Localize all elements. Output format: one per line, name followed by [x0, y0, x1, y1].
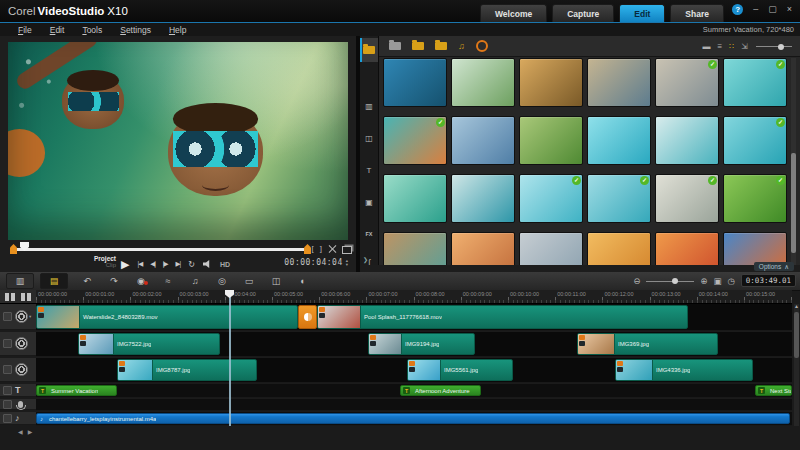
- mark-in-button[interactable]: [: [312, 244, 314, 254]
- repeat-button[interactable]: ↻: [188, 260, 195, 269]
- library-thumbnail[interactable]: [451, 174, 515, 223]
- track-header-video[interactable]: ▾: [0, 304, 36, 330]
- library-thumbnail[interactable]: [587, 58, 651, 107]
- menu-settings[interactable]: Settings: [120, 25, 151, 35]
- home-button[interactable]: |◀: [137, 260, 142, 268]
- fit-project-button[interactable]: ▣: [713, 276, 721, 286]
- options-button[interactable]: Options ∧: [754, 262, 794, 271]
- play-button[interactable]: ▶: [121, 258, 129, 271]
- photos-folder-icon[interactable]: [435, 42, 447, 50]
- track-header-title[interactable]: T: [0, 384, 36, 397]
- timeline-view-button[interactable]: ▤: [40, 273, 68, 289]
- track-header-music[interactable]: ♪: [0, 412, 36, 425]
- enlarge-preview-button[interactable]: [342, 246, 352, 254]
- track-header-overlay[interactable]: [0, 332, 36, 356]
- menu-file[interactable]: File: [18, 25, 32, 35]
- sound-mixer-button[interactable]: ≈: [160, 276, 176, 286]
- library-thumbnail[interactable]: [451, 58, 515, 107]
- 360-media-icon[interactable]: [476, 40, 488, 52]
- motion-tracking-button[interactable]: ◎: [214, 276, 230, 286]
- timeline-clip[interactable]: IMG369.jpg: [577, 333, 718, 355]
- library-thumbnail[interactable]: [451, 232, 515, 265]
- track-ripple-icon[interactable]: [3, 414, 12, 423]
- timeline-ruler[interactable]: 00:00:00:0000:00:01:0000:00:02:0000:00:0…: [36, 290, 792, 304]
- subtitle-editor-button[interactable]: ▭: [241, 276, 257, 286]
- menu-edit[interactable]: Edit: [50, 25, 65, 35]
- split-clip-button[interactable]: [328, 245, 336, 253]
- next-frame-button[interactable]: |▶: [163, 260, 168, 268]
- preview-timecode[interactable]: 00:00:04:04: [284, 258, 342, 267]
- end-button[interactable]: ▶|: [176, 260, 181, 268]
- voice-track[interactable]: [36, 399, 792, 411]
- nav-title[interactable]: T: [360, 158, 378, 182]
- library-thumbnail[interactable]: ✓: [655, 58, 719, 107]
- mode-clip-label[interactable]: Clip: [94, 262, 116, 268]
- previous-frame-button[interactable]: ◀|: [150, 260, 155, 268]
- nav-media[interactable]: [360, 38, 378, 62]
- library-thumbnail[interactable]: [587, 116, 651, 165]
- library-thumbnail[interactable]: [587, 232, 651, 265]
- scrollbar-thumb[interactable]: [794, 312, 799, 358]
- library-thumbnail[interactable]: ✓: [723, 174, 787, 223]
- library-scrollbar[interactable]: [791, 58, 796, 265]
- gallery-folder-icon[interactable]: [389, 42, 401, 50]
- overlay-track-2[interactable]: IMG8787.jpgIMG5561.jpgIMG4336.jpg: [36, 358, 792, 383]
- help-button[interactable]: ?: [732, 4, 743, 15]
- timeline-zoom-slider[interactable]: [646, 276, 694, 286]
- nav-transition[interactable]: ◫: [360, 126, 378, 150]
- library-thumbnail[interactable]: [519, 232, 583, 265]
- minimize-button[interactable]: –: [753, 4, 758, 15]
- scrubber-bar[interactable]: [14, 248, 308, 251]
- library-thumbnail[interactable]: ✓: [723, 58, 787, 107]
- project-duration-timecode[interactable]: 0:03:49.01: [741, 274, 796, 287]
- timeline-clip[interactable]: ♪chantellebarry_letsplayinstrumental.m4a: [36, 413, 790, 424]
- timeline-scrollbar[interactable]: ▲: [794, 304, 799, 426]
- timeline-clip[interactable]: IMG4336.jpg: [615, 359, 753, 381]
- timeline-playhead-line[interactable]: [229, 296, 231, 426]
- nav-instant-project[interactable]: ▥: [360, 94, 378, 118]
- scroll-left-icon[interactable]: ◀: [18, 428, 23, 435]
- undo-button[interactable]: ↶: [79, 276, 95, 286]
- nav-graphic[interactable]: ▣: [360, 190, 378, 214]
- scroll-up-icon[interactable]: ▲: [794, 303, 799, 309]
- library-thumbnail[interactable]: ✓: [383, 116, 447, 165]
- playback-mode-toggle[interactable]: Project Clip: [94, 256, 116, 268]
- videos-folder-icon[interactable]: [412, 42, 424, 50]
- import-path-button[interactable]: ⇲: [741, 42, 748, 51]
- timeline-clip[interactable]: Pool Splash_117776618.mov: [317, 305, 688, 329]
- volume-button[interactable]: [203, 260, 212, 268]
- trim-start-handle[interactable]: [10, 244, 17, 254]
- tab-capture[interactable]: Capture: [552, 4, 614, 22]
- library-thumbnail[interactable]: ✓: [519, 174, 583, 223]
- mark-out-button[interactable]: ]: [320, 244, 322, 254]
- menu-help[interactable]: Help: [169, 25, 186, 35]
- auto-music-button[interactable]: ♫: [187, 276, 203, 286]
- zoom-out-button[interactable]: ⊖: [633, 276, 640, 286]
- record-capture-option-button[interactable]: ◉: [133, 276, 149, 286]
- music-filter-icon[interactable]: ♫: [458, 41, 465, 51]
- timeline-clip[interactable]: TAfternoon Adventure: [400, 385, 481, 396]
- track-ripple-icon[interactable]: [3, 386, 12, 395]
- tab-share[interactable]: Share: [670, 4, 724, 22]
- scroll-right-icon[interactable]: ▶: [28, 428, 33, 435]
- track-header-voice[interactable]: [0, 399, 36, 410]
- thumbnail-view-button[interactable]: ∷: [729, 42, 734, 51]
- timecode-spinner[interactable]: ▴▾: [346, 259, 348, 267]
- timeline-clip[interactable]: IMG8787.jpg: [117, 359, 257, 381]
- library-thumbnail[interactable]: [655, 232, 719, 265]
- tab-welcome[interactable]: Welcome: [480, 4, 547, 22]
- trim-end-handle[interactable]: [304, 244, 311, 254]
- transition-clip[interactable]: [298, 305, 317, 329]
- library-thumbnail[interactable]: [655, 116, 719, 165]
- library-thumbnail[interactable]: [383, 58, 447, 107]
- timeline-clip[interactable]: IMG7522.jpg: [78, 333, 220, 355]
- title-track[interactable]: TSummer VacationTAfternoon AdventureTNex…: [36, 384, 792, 398]
- library-thumbnail[interactable]: ✓: [723, 116, 787, 165]
- track-header-overlay[interactable]: [0, 358, 36, 382]
- overlay-track-1[interactable]: IMG7522.jpgIMG9194.jpgIMG369.jpg: [36, 332, 792, 357]
- library-expand-icon[interactable]: ❯: [363, 256, 368, 263]
- close-button[interactable]: ×: [787, 4, 792, 15]
- thumbnail-zoom-slider[interactable]: [756, 41, 792, 51]
- timeline-clip[interactable]: TSummer Vacation: [36, 385, 117, 396]
- video-track[interactable]: Waterslide2_84803289.movPool Splash_1177…: [36, 304, 792, 331]
